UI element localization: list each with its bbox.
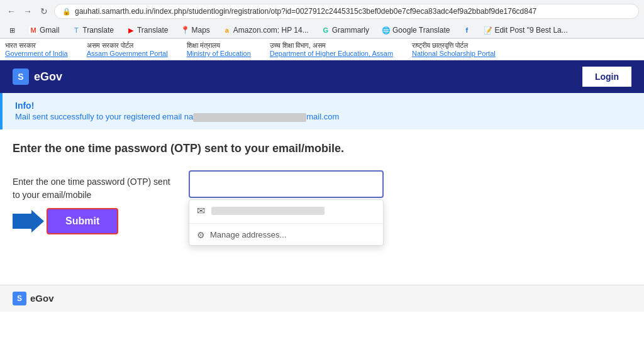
login-button[interactable]: Login <box>582 67 631 87</box>
autocomplete-dropdown: ✉ ⚙ Manage addresses... <box>189 199 384 246</box>
gov-link-scholarship[interactable]: राष्ट्रीय छात्रवृत्ति पोर्टल National Sc… <box>412 41 496 57</box>
bookmark-facebook[interactable]: f <box>460 25 474 36</box>
bookmark-gmail[interactable]: M Gmail <box>26 25 62 36</box>
bookmark-youtube-label: Translate <box>137 26 169 35</box>
amazon-icon: a <box>223 26 231 35</box>
gov-link-higher-education[interactable]: उच्च शिक्षा विभाग, असम Department of Hig… <box>270 41 393 57</box>
bookmark-amazon-label: Amazon.com: HP 14... <box>233 26 309 35</box>
otp-input[interactable] <box>189 170 384 198</box>
manage-addresses-icon: ⚙ <box>197 230 205 240</box>
info-title: Info! <box>15 101 631 111</box>
bookmark-translate-label: Translate <box>82 26 114 35</box>
site-header: S eGov Login <box>0 60 644 93</box>
gov-link-education[interactable]: शिक्षा मंत्रालय Ministry of Education <box>187 41 251 57</box>
translate-icon: T <box>72 26 80 35</box>
gov-link-india[interactable]: भारत सरकार Government of India <box>5 41 68 57</box>
autocomplete-email-redacted <box>211 207 325 215</box>
autocomplete-divider <box>189 223 383 224</box>
footer-site-name: eGov <box>30 293 54 304</box>
footer-logo-icon: S <box>13 292 26 305</box>
arrow-indicator <box>13 210 44 233</box>
gov-english-assam: Assam Government Portal <box>87 50 168 57</box>
browser-chrome: ← → ↻ 🔒 gauhati.samarth.edu.in/index.php… <box>0 0 644 39</box>
gov-english-scholarship: National Scholarship Portal <box>412 50 496 57</box>
edit-post-icon: 📝 <box>484 26 492 35</box>
site-name: eGov <box>34 70 62 84</box>
gov-english-education: Ministry of Education <box>187 50 251 57</box>
gov-link-assam[interactable]: असम सरकार पोर्टल Assam Government Portal <box>87 41 168 57</box>
lock-icon: 🔒 <box>62 8 71 16</box>
gov-hindi-assam: असम सरकार पोर्टल <box>87 41 168 50</box>
gov-english-india: Government of India <box>5 50 68 57</box>
footer-logo: S eGov <box>13 292 54 305</box>
site-footer: S eGov <box>0 285 644 312</box>
apps-icon: ⊞ <box>8 26 16 35</box>
otp-input-area: ✉ ⚙ Manage addresses... <box>189 170 384 198</box>
info-message-suffix: mail.com <box>306 112 339 121</box>
bookmark-maps-label: Maps <box>192 26 210 35</box>
bookmark-grammarly[interactable]: G Grammarly <box>319 25 372 36</box>
submit-button[interactable]: Submit <box>47 208 118 234</box>
bookmark-google-translate[interactable]: 🌐 Google Translate <box>379 25 452 36</box>
main-content: Enter the one time password (OTP) sent t… <box>0 129 644 247</box>
otp-label: Enter the one time password (OTP) sent t… <box>13 170 176 202</box>
site-logo: S eGov <box>13 69 62 85</box>
bookmark-gmail-label: Gmail <box>40 26 59 35</box>
gmail-icon: M <box>29 26 38 35</box>
manage-addresses-item[interactable]: ⚙ Manage addresses... <box>189 225 383 245</box>
gov-hindi-scholarship: राष्ट्रीय छात्रवृत्ति पोर्टल <box>412 41 496 50</box>
grammarly-icon: G <box>321 26 330 35</box>
bookmark-apps[interactable]: ⊞ <box>5 25 19 36</box>
gov-hindi-india: भारत सरकार <box>5 41 68 50</box>
address-bar[interactable]: 🔒 gauhati.samarth.edu.in/index.php/stude… <box>54 4 639 19</box>
logo-icon: S <box>13 69 29 85</box>
info-banner: Info! Mail sent successfully to your reg… <box>0 93 644 129</box>
bookmarks-bar: ⊞ M Gmail T Translate ▶ Translate 📍 Maps… <box>0 23 644 38</box>
url-text: gauhati.samarth.edu.in/index.php/student… <box>75 7 536 16</box>
svg-marker-0 <box>13 210 44 233</box>
bookmark-youtube[interactable]: ▶ Translate <box>124 25 171 36</box>
back-button[interactable]: ← <box>5 5 18 18</box>
browser-nav: ← → ↻ 🔒 gauhati.samarth.edu.in/index.php… <box>0 0 644 23</box>
gov-links-bar: भारत सरकार Government of India असम सरकार… <box>0 39 644 60</box>
maps-icon: 📍 <box>181 26 190 35</box>
bookmark-amazon[interactable]: a Amazon.com: HP 14... <box>220 25 311 36</box>
info-message: Mail sent successfully to your registere… <box>15 112 631 122</box>
google-translate-icon: 🌐 <box>382 26 391 35</box>
gov-english-higher: Department of Higher Education, Assam <box>270 50 393 57</box>
autocomplete-email-item[interactable]: ✉ <box>189 200 383 222</box>
facebook-icon: f <box>462 26 471 35</box>
bookmark-google-translate-label: Google Translate <box>392 26 450 35</box>
otp-form-row: Enter the one time password (OTP) sent t… <box>13 170 631 202</box>
bookmark-edit-post[interactable]: 📝 Edit Post "9 Best La... <box>481 25 570 36</box>
bookmark-translate[interactable]: T Translate <box>69 25 116 36</box>
info-email-redacted <box>193 113 306 122</box>
youtube-icon: ▶ <box>126 26 135 35</box>
gov-hindi-higher: उच्च शिक्षा विभाग, असम <box>270 41 393 50</box>
gov-hindi-education: शिक्षा मंत्रालय <box>187 41 251 50</box>
manage-addresses-label: Manage addresses... <box>210 230 286 239</box>
bookmark-edit-post-label: Edit Post "9 Best La... <box>494 26 567 35</box>
bookmark-grammarly-label: Grammarly <box>332 26 369 35</box>
bookmark-maps[interactable]: 📍 Maps <box>179 25 213 36</box>
info-message-prefix: Mail sent successfully to your registere… <box>15 112 193 121</box>
forward-button[interactable]: → <box>21 5 34 18</box>
email-icon: ✉ <box>197 205 205 217</box>
otp-heading: Enter the one time password (OTP) sent t… <box>13 142 631 155</box>
refresh-button[interactable]: ↻ <box>38 5 50 18</box>
